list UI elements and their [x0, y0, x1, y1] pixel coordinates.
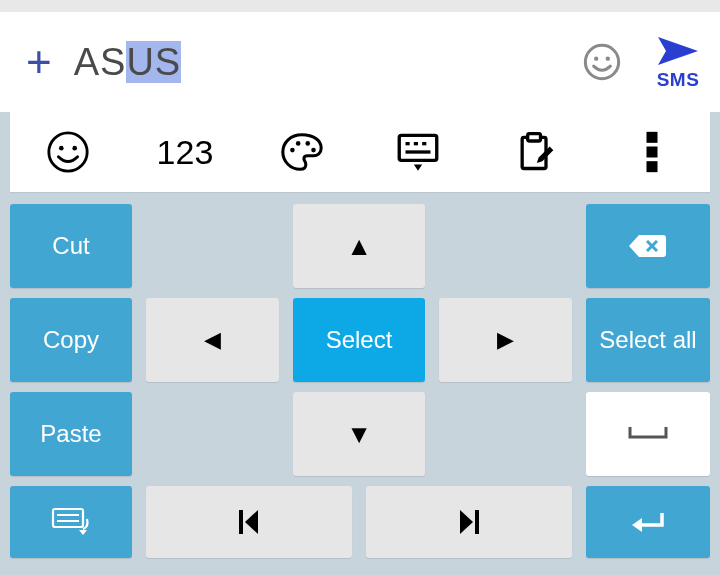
svg-marker-3 — [658, 37, 698, 65]
svg-rect-11 — [400, 135, 438, 160]
select-button[interactable]: Select — [293, 298, 426, 382]
svg-point-4 — [49, 133, 87, 171]
paste-button[interactable]: Paste — [10, 392, 132, 476]
copy-button[interactable]: Copy — [10, 298, 132, 382]
svg-marker-30 — [460, 510, 473, 534]
svg-point-7 — [290, 148, 295, 153]
svg-point-2 — [606, 57, 610, 61]
compose-row: + ASUS SMS — [0, 12, 720, 112]
compose-text-selected: US — [126, 41, 181, 83]
arrow-left-icon: ◀ — [204, 327, 221, 353]
svg-rect-24 — [53, 509, 83, 527]
spacer — [439, 204, 572, 288]
svg-point-10 — [311, 148, 316, 153]
status-bar — [0, 0, 720, 12]
arrow-right-button[interactable]: ▶ — [439, 298, 572, 382]
menu-dots-icon[interactable] — [602, 130, 702, 174]
svg-point-9 — [305, 141, 310, 146]
numbers-label: 123 — [157, 133, 214, 172]
svg-point-1 — [594, 57, 598, 61]
compose-input[interactable]: ASUS — [74, 41, 560, 84]
clipboard-edit-icon[interactable] — [485, 130, 585, 174]
cursor-end-button[interactable] — [366, 486, 572, 558]
cursor-home-button[interactable] — [146, 486, 352, 558]
svg-rect-31 — [475, 510, 479, 534]
cursor-end-icon — [456, 507, 482, 537]
svg-rect-28 — [239, 510, 243, 534]
emoji-icon[interactable] — [582, 42, 622, 82]
svg-marker-29 — [245, 510, 258, 534]
numbers-button[interactable]: 123 — [135, 133, 235, 172]
spacer — [146, 204, 279, 288]
spacer — [439, 392, 572, 476]
arrow-down-icon: ▼ — [346, 419, 372, 450]
compose-text-plain: AS — [74, 41, 127, 83]
keyboard-toolbar: 123 — [10, 112, 710, 192]
smiley-icon[interactable] — [18, 129, 118, 175]
switch-keyboard-icon — [49, 505, 93, 539]
send-label: SMS — [657, 69, 700, 91]
palette-icon[interactable] — [252, 129, 352, 175]
svg-marker-16 — [414, 165, 422, 171]
arrow-left-button[interactable]: ◀ — [146, 298, 279, 382]
select-all-label: Select all — [599, 326, 696, 354]
enter-icon — [628, 509, 668, 535]
send-button[interactable]: SMS — [654, 33, 702, 91]
arrow-down-button[interactable]: ▼ — [293, 392, 426, 476]
cursor-keypad: Cut ▲ Copy ◀ Select ▶ Select all — [0, 192, 720, 566]
select-all-button[interactable]: Select all — [586, 298, 710, 382]
svg-rect-19 — [646, 132, 657, 143]
arrow-right-icon: ▶ — [497, 327, 514, 353]
cursor-home-icon — [236, 507, 262, 537]
svg-marker-27 — [79, 530, 87, 535]
cut-button[interactable]: Cut — [10, 204, 132, 288]
arrow-up-button[interactable]: ▲ — [293, 204, 426, 288]
svg-rect-21 — [646, 161, 657, 172]
space-button[interactable] — [586, 392, 710, 476]
arrow-up-icon: ▲ — [346, 231, 372, 262]
send-icon — [654, 33, 702, 69]
backspace-button[interactable] — [586, 204, 710, 288]
select-label: Select — [326, 326, 393, 354]
paste-label: Paste — [40, 420, 101, 448]
cut-label: Cut — [52, 232, 89, 260]
svg-rect-18 — [528, 134, 541, 141]
add-icon[interactable]: + — [26, 40, 52, 84]
switch-keyboard-button[interactable] — [10, 486, 132, 558]
spacer — [146, 392, 279, 476]
keyboard-hide-icon[interactable] — [368, 127, 468, 177]
space-icon — [626, 425, 670, 443]
svg-point-8 — [296, 141, 301, 146]
svg-rect-20 — [646, 147, 657, 158]
svg-marker-32 — [632, 518, 642, 532]
copy-label: Copy — [43, 326, 99, 354]
svg-point-0 — [585, 45, 618, 78]
svg-point-6 — [73, 146, 78, 151]
backspace-icon — [625, 231, 671, 261]
enter-button[interactable] — [586, 486, 710, 558]
svg-point-5 — [59, 146, 64, 151]
